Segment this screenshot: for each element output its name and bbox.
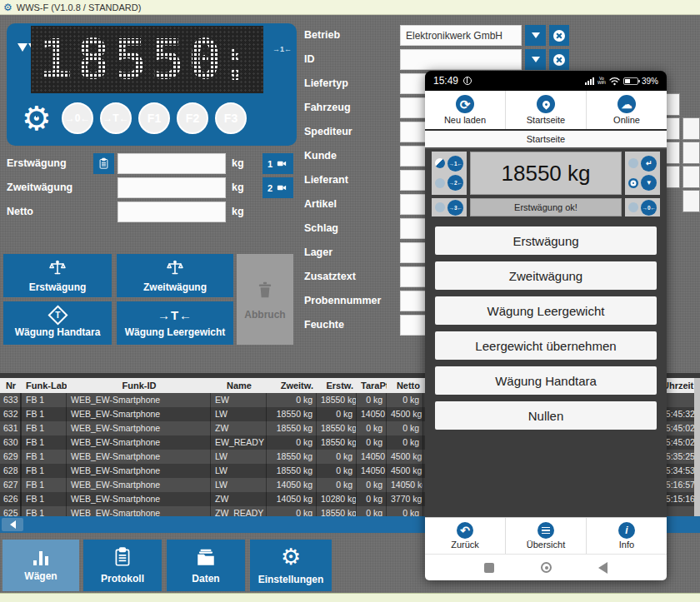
range-1-button[interactable]: →1← — [448, 156, 463, 172]
nav-daten-button[interactable]: Daten — [167, 540, 245, 591]
cell-nr: 632 — [0, 407, 22, 421]
cell-funk_id: WEB_EW-Smartphone — [68, 478, 211, 492]
camera-2-button[interactable]: 2 — [262, 177, 293, 198]
abbruch-button[interactable]: Abbruch — [237, 254, 293, 345]
tare-button[interactable]: →T← — [100, 102, 132, 134]
range-2-button[interactable]: →2← — [448, 175, 463, 191]
phone-action-button-0[interactable]: Erstwägung — [435, 226, 657, 255]
return-icon-button[interactable]: ↵ — [641, 156, 657, 172]
cell-funk_id: WEB_EW-Smartphone — [68, 407, 211, 421]
trash-icon — [254, 279, 276, 301]
android-recents-icon[interactable] — [484, 563, 494, 573]
waegung-leergewicht-button[interactable]: →T← Wägung Leergewicht — [117, 301, 233, 345]
f2-button[interactable]: F2 — [177, 102, 208, 134]
phone-zero-button[interactable]: →0← — [641, 200, 657, 216]
column-header-zweitw[interactable]: Zweitw. — [268, 378, 317, 393]
phone-action-button-5[interactable]: Nullen — [435, 401, 657, 430]
phone-action-button-2[interactable]: Wägung Leergewicht — [435, 296, 657, 325]
phone-page-title: Startseite — [425, 131, 667, 149]
form-input-0[interactable] — [400, 25, 522, 46]
cell-nr: 629 — [0, 450, 22, 464]
table-vertical-scrollbar[interactable] — [694, 378, 700, 531]
f3-button[interactable]: F3 — [215, 102, 247, 134]
cell-funk_label: FB 1 — [22, 450, 67, 464]
covered-cell — [682, 190, 700, 212]
range-2-led — [435, 178, 445, 188]
phone-toolbar-2[interactable]: ☁Online — [587, 91, 667, 129]
nav-label: Protokoll — [101, 573, 144, 585]
android-back-icon[interactable] — [598, 562, 608, 574]
column-header-netto[interactable]: Netto — [388, 378, 423, 393]
form-label-2: Liefertyp — [304, 77, 396, 89]
window-titlebar: ⚙ WWS-F (V1.0.8 / STANDARD) — [0, 0, 700, 15]
phone-bottombar-label: Info — [619, 540, 634, 550]
note-clipboard-button[interactable] — [93, 153, 114, 174]
chevron-left-icon — [10, 520, 16, 529]
dropdown-button[interactable] — [525, 49, 546, 70]
cell-netto: 0 kg — [388, 506, 423, 516]
android-home-icon[interactable] — [541, 562, 552, 573]
f1-button[interactable]: F1 — [138, 102, 170, 134]
waegung-handtara-button[interactable]: T Wägung Handtara — [3, 301, 112, 345]
function-led — [628, 158, 638, 168]
cell-funk_id: WEB_EW-Smartphone — [68, 435, 211, 450]
dump-icon-button[interactable]: ▼ — [641, 175, 657, 191]
cell-erstw: 0 kg — [318, 464, 357, 478]
nav-einstellungen-button[interactable]: ⚙Einstellungen — [250, 540, 332, 591]
zero-button[interactable]: →0← — [62, 102, 93, 134]
scroll-left-button[interactable] — [2, 518, 23, 531]
nav-waegen-button[interactable]: Wägen — [2, 540, 79, 591]
form-input-1[interactable] — [400, 49, 522, 70]
weight-value-input[interactable] — [118, 153, 226, 174]
cell-tarapt: 0 kg — [358, 393, 387, 407]
column-header-tarapt[interactable]: TaraPt — [358, 378, 387, 393]
phone-action-button-4[interactable]: Wägung Handtara — [435, 366, 657, 395]
form-label-4: Spediteur — [304, 126, 396, 137]
column-header-funk_id[interactable]: Funk-ID — [68, 378, 211, 393]
cell-tarapt: 14050... — [358, 464, 387, 478]
cell-name: EW — [212, 393, 267, 407]
nav-protokoll-button[interactable]: Protokoll — [83, 540, 162, 591]
taskbar-strip — [0, 593, 700, 602]
phone-bottombar-0[interactable]: ↶Zurück — [425, 518, 506, 554]
phone-scale-left-panel: →3← — [432, 198, 467, 216]
cell-funk_id: WEB_EW-Smartphone — [68, 393, 211, 407]
erstwaegung-label: Erstwägung — [29, 281, 87, 293]
zero-led — [628, 202, 638, 212]
phone-action-button-1[interactable]: Zweitwägung — [435, 261, 657, 290]
column-header-name[interactable]: Name — [212, 378, 267, 393]
column-header-funk_label[interactable]: Funk-Label — [22, 378, 67, 393]
phone-bottombar-2[interactable]: iInfo — [587, 518, 667, 554]
erstwaegung-button[interactable]: Erstwägung — [3, 254, 112, 297]
clear-field-button[interactable] — [549, 25, 569, 46]
cell-netto: 0 kg — [388, 421, 423, 435]
clear-icon — [553, 30, 565, 42]
phone-toolbar-1[interactable]: Startseite — [506, 91, 587, 129]
window-title: WWS-F (V1.0.8 / STANDARD) — [17, 2, 142, 12]
weight-value-input[interactable] — [118, 201, 226, 222]
phone-bottombar-1[interactable]: Übersicht — [506, 518, 587, 554]
weight-value-input[interactable] — [118, 177, 226, 198]
range-3-button[interactable]: →3← — [448, 200, 463, 216]
zweitwaegung-button[interactable]: Zweitwägung — [117, 254, 233, 297]
cell-funk_label: FB 1 — [22, 393, 67, 407]
cell-nr: 625 — [0, 506, 22, 516]
wifi-icon — [609, 77, 620, 86]
form-label-5: Kunde — [304, 150, 396, 162]
cell-name: ZW — [212, 421, 267, 435]
form-label-11: Probennummer — [304, 295, 396, 306]
cell-netto: 0 kg — [388, 393, 423, 407]
cell-tarapt: 14050... — [358, 407, 387, 421]
column-header-nr[interactable]: Nr — [0, 378, 22, 393]
clear-field-button[interactable] — [549, 49, 569, 70]
phone-toolbar-0[interactable]: ⟳Neu laden — [425, 91, 506, 129]
cell-funk_id: WEB_EW-Smartphone — [68, 492, 211, 506]
phone-scale-left-panel: →1←→2← — [432, 152, 467, 195]
app-gear-power-icon: ⚙ — [3, 2, 12, 12]
camera-1-button[interactable]: 1 — [262, 153, 293, 174]
unit-label: kg — [232, 157, 244, 169]
power-settings-button[interactable]: ⚙ — [18, 100, 55, 137]
column-header-erstw[interactable]: Erstw. — [318, 378, 357, 393]
phone-action-button-3[interactable]: Leergewicht übernehmen — [435, 331, 657, 360]
dropdown-button[interactable] — [525, 25, 546, 46]
